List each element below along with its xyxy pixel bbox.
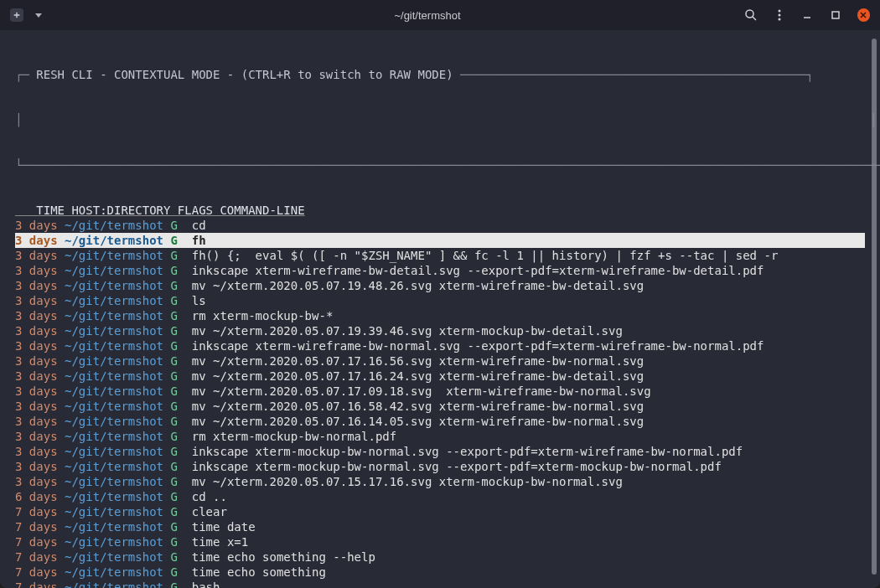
- terminal-content[interactable]: ┌─ RESH CLI - CONTEXTUAL MODE - (CTRL+R …: [0, 30, 880, 588]
- history-row[interactable]: 3 days ~/git/termshot G cd: [15, 218, 865, 233]
- history-row[interactable]: 3 days ~/git/termshot G ls: [15, 293, 865, 308]
- row-command: mv ~/xterm.2020.05.07.17.09.18.svg xterm…: [192, 384, 865, 399]
- row-flag: G: [170, 519, 191, 534]
- history-row[interactable]: 7 days ~/git/termshot G time echo someth…: [15, 549, 865, 565]
- history-row[interactable]: 7 days ~/git/termshot G time date: [15, 519, 865, 534]
- row-command: mv ~/xterm.2020.05.07.16.58.42.svg xterm…: [192, 399, 865, 414]
- search-box-frame: ┌─ RESH CLI - CONTEXTUAL MODE - (CTRL+R …: [15, 37, 865, 203]
- row-time: 7 days: [15, 580, 65, 588]
- history-row[interactable]: 7 days ~/git/termshot G clear: [15, 504, 865, 519]
- row-time: 3 days: [15, 293, 65, 308]
- row-directory: ~/git/termshot: [65, 489, 170, 504]
- row-flag: G: [170, 534, 191, 549]
- history-row[interactable]: 3 days ~/git/termshot G inkscape xterm-w…: [15, 338, 865, 353]
- history-row[interactable]: 3 days ~/git/termshot G rm xterm-mockup-…: [15, 429, 865, 444]
- titlebar: ~/git/termshot: [0, 0, 880, 30]
- history-row[interactable]: 3 days ~/git/termshot G mv ~/xterm.2020.…: [15, 369, 865, 384]
- row-command: time x=1: [192, 534, 865, 549]
- history-row[interactable]: 3 days ~/git/termshot G inkscape xterm-m…: [15, 444, 865, 459]
- history-row[interactable]: 3 days ~/git/termshot G rm xterm-mockup-…: [15, 308, 865, 323]
- row-command: fh() {; eval $( ([ -n "$ZSH_NAME" ] && f…: [192, 248, 865, 263]
- row-flag: G: [170, 293, 191, 308]
- row-flag: G: [170, 384, 191, 399]
- history-row[interactable]: 3 days ~/git/termshot G inkscape xterm-w…: [15, 263, 865, 278]
- history-row[interactable]: 3 days ~/git/termshot G mv ~/xterm.2020.…: [15, 384, 865, 399]
- history-row[interactable]: 3 days ~/git/termshot G mv ~/xterm.2020.…: [15, 399, 865, 414]
- svg-rect-6: [832, 12, 839, 18]
- row-directory: ~/git/termshot: [65, 353, 170, 369]
- row-command: rm xterm-mockup-bw-*: [192, 308, 865, 323]
- row-time: 3 days: [15, 263, 65, 278]
- history-row[interactable]: 3 days ~/git/termshot G mv ~/xterm.2020.…: [15, 323, 865, 338]
- row-time: 3 days: [15, 278, 65, 293]
- row-directory: ~/git/termshot: [65, 248, 170, 263]
- row-flag: G: [170, 414, 191, 429]
- row-directory: ~/git/termshot: [65, 338, 170, 353]
- close-button[interactable]: [857, 8, 871, 22]
- row-flag: G: [170, 218, 191, 233]
- row-time: 3 days: [15, 233, 65, 248]
- row-time: 3 days: [15, 218, 65, 233]
- history-row[interactable]: 3 days ~/git/termshot G mv ~/xterm.2020.…: [15, 474, 865, 489]
- history-list[interactable]: 3 days ~/git/termshot G cd3 days ~/git/t…: [15, 218, 865, 588]
- row-time: 3 days: [15, 459, 65, 474]
- row-directory: ~/git/termshot: [65, 444, 170, 459]
- row-time: 3 days: [15, 308, 65, 323]
- search-icon[interactable]: [744, 8, 758, 22]
- terminal-window: ~/git/termshot ┌─ RESH CLI - CONTEXTUAL …: [0, 0, 880, 588]
- history-row[interactable]: 3 days ~/git/termshot G fh: [15, 233, 865, 248]
- row-directory: ~/git/termshot: [65, 429, 170, 444]
- row-time: 3 days: [15, 353, 65, 369]
- row-directory: ~/git/termshot: [65, 565, 170, 580]
- row-directory: ~/git/termshot: [65, 580, 170, 588]
- row-command: inkscape xterm-wireframe-bw-normal.svg -…: [192, 338, 865, 353]
- row-time: 3 days: [15, 384, 65, 399]
- row-flag: G: [170, 399, 191, 414]
- row-time: 3 days: [15, 399, 65, 414]
- menu-dropdown-icon[interactable]: [32, 8, 45, 22]
- row-directory: ~/git/termshot: [65, 263, 170, 278]
- history-row[interactable]: 3 days ~/git/termshot G mv ~/xterm.2020.…: [15, 353, 865, 369]
- history-row[interactable]: 6 days ~/git/termshot G cd ..: [15, 489, 865, 504]
- row-command: inkscape xterm-mockup-bw-normal.svg --ex…: [192, 444, 865, 459]
- row-flag: G: [170, 369, 191, 384]
- mode-header: RESH CLI - CONTEXTUAL MODE - (CTRL+R to …: [36, 67, 453, 82]
- history-row[interactable]: 7 days ~/git/termshot G bash: [15, 580, 865, 588]
- history-row[interactable]: 7 days ~/git/termshot G time echo someth…: [15, 565, 865, 580]
- svg-point-2: [778, 10, 780, 13]
- row-directory: ~/git/termshot: [65, 278, 170, 293]
- history-row[interactable]: 3 days ~/git/termshot G fh() {; eval $( …: [15, 248, 865, 263]
- row-flag: G: [170, 338, 191, 353]
- row-command: mv ~/xterm.2020.05.07.19.48.26.svg xterm…: [192, 278, 865, 293]
- row-command: mv ~/xterm.2020.05.07.17.16.56.svg xterm…: [192, 353, 865, 369]
- row-flag: G: [170, 248, 191, 263]
- row-directory: ~/git/termshot: [65, 474, 170, 489]
- row-directory: ~/git/termshot: [65, 323, 170, 338]
- row-time: 3 days: [15, 474, 65, 489]
- history-row[interactable]: 7 days ~/git/termshot G time x=1: [15, 534, 865, 549]
- row-command: clear: [192, 504, 865, 519]
- row-directory: ~/git/termshot: [65, 399, 170, 414]
- row-command: time echo something: [192, 565, 865, 580]
- row-time: 6 days: [15, 489, 65, 504]
- svg-point-0: [746, 10, 753, 18]
- row-flag: G: [170, 444, 191, 459]
- row-command: mv ~/xterm.2020.05.07.16.14.05.svg xterm…: [192, 414, 865, 429]
- history-row[interactable]: 3 days ~/git/termshot G mv ~/xterm.2020.…: [15, 414, 865, 429]
- maximize-button[interactable]: [829, 8, 842, 22]
- row-command: rm xterm-mockup-bw-normal.pdf: [192, 429, 865, 444]
- svg-line-1: [753, 17, 756, 20]
- new-tab-button[interactable]: [10, 8, 23, 22]
- history-row[interactable]: 3 days ~/git/termshot G mv ~/xterm.2020.…: [15, 278, 865, 293]
- history-row[interactable]: 3 days ~/git/termshot G inkscape xterm-m…: [15, 459, 865, 474]
- row-command: bash: [192, 580, 865, 588]
- row-directory: ~/git/termshot: [65, 549, 170, 565]
- minimize-button[interactable]: [801, 8, 815, 22]
- row-time: 3 days: [15, 414, 65, 429]
- row-time: 3 days: [15, 444, 65, 459]
- row-time: 7 days: [15, 504, 65, 519]
- kebab-menu-icon[interactable]: [773, 8, 786, 22]
- row-time: 3 days: [15, 429, 65, 444]
- row-flag: G: [170, 504, 191, 519]
- row-directory: ~/git/termshot: [65, 519, 170, 534]
